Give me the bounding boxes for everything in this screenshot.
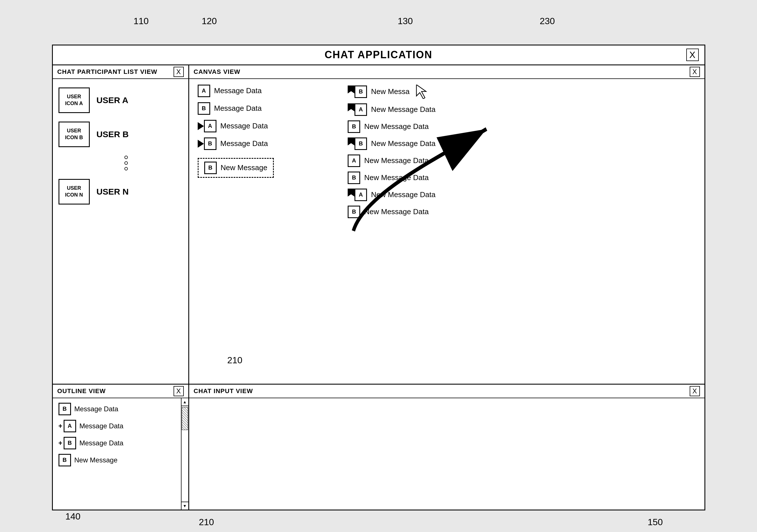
canvas-title: CANVAS VIEW [194,68,241,75]
list-item: B New Messa [348,85,436,99]
list-item: B New Message Data [348,137,436,150]
outline-content: B Message Data + A Message Data + B Mess… [53,398,188,471]
canvas-left-column: A Message Data B Message Data [198,85,274,218]
list-item: + B Message Data [58,437,183,449]
user-icon-a: USER ICON A [58,87,90,113]
new-message-dashed-box: B New Message [198,158,274,178]
list-item: A Message Data [198,85,274,97]
ref-150: 150 [648,517,663,527]
user-name-n: USER N [97,187,129,196]
participant-list-title: CHAT PARTICIPANT LIST VIEW [57,68,157,75]
list-item: USER ICON N USER N [58,179,183,204]
flag-icon [348,137,354,150]
chat-input-title: CHAT INPUT VIEW [194,387,253,395]
dot [124,167,128,170]
canvas-msg-text: Message Data [221,122,268,131]
canvas-msg-text: New Message Data [371,190,436,199]
ellipsis-dots [58,156,183,170]
message-icon-a: A [204,120,216,133]
app-close-button[interactable]: X [686,48,699,61]
app-title: CHAT APPLICATION [325,49,432,61]
user-name-a: USER A [97,96,128,105]
canvas-content: A Message Data B Message Data [189,79,705,224]
list-item: USER ICON B USER B [58,122,183,147]
main-area: CHAT PARTICIPANT LIST VIEW X USER ICON A… [53,65,705,510]
dot [124,161,128,165]
new-message-text: New Message [221,163,268,172]
message-icon-b: B [58,403,71,415]
list-item: B New Message [58,454,183,466]
chat-input-close[interactable]: X [690,386,700,396]
canvas-msg-text: New Message Data [371,139,436,148]
list-item: USER ICON A USER A [58,87,183,113]
cursor-icon [413,85,431,99]
message-icon-b: B [354,137,367,150]
canvas-msg-text: Message Data [221,139,268,148]
ref-130: 130 [398,16,413,26]
canvas-msg-text: New Message Data [364,173,429,182]
user-name-b: USER B [97,130,129,139]
message-icon-a: A [64,420,76,432]
participant-list-header: CHAT PARTICIPANT LIST VIEW X [53,65,188,79]
flag-icon [348,189,354,201]
svg-marker-6 [348,137,354,145]
left-panel: CHAT PARTICIPANT LIST VIEW X USER ICON A… [53,65,189,510]
chat-input-view: CHAT INPUT VIEW X [189,385,705,510]
chat-input-header: CHAT INPUT VIEW X [189,385,705,398]
user-icon-b: USER ICON B [58,122,90,147]
participant-list-content: USER ICON A USER A USER ICON B USER B [53,79,188,213]
message-icon-a: A [198,85,210,97]
canvas-header: CANVAS VIEW X [189,65,705,79]
list-item: A New Message Data [348,189,436,201]
canvas-msg-text: New Message Data [371,105,436,114]
participant-list-view: CHAT PARTICIPANT LIST VIEW X USER ICON A… [53,65,188,385]
outline-close[interactable]: X [173,386,184,396]
list-item: B New Message Data [348,120,436,133]
message-icon-b: B [204,162,217,174]
outline-view: OUTLINE VIEW X B Message Data + A Messag… [53,385,188,510]
canvas-right-column: B New Messa [348,85,436,218]
list-item: B Message Data [58,403,183,415]
canvas-view: CANVAS VIEW X [189,65,705,385]
right-panel: CANVAS VIEW X [189,65,705,510]
canvas-msg-text: New Message Data [364,207,429,216]
arrow-left-icon [198,120,204,133]
app-window: CHAT APPLICATION X CHAT PARTICIPANT LIST… [52,44,705,511]
list-item: A New Message Data [348,155,436,167]
scroll-up-arrow[interactable]: ▲ [182,398,188,406]
message-icon-b: B [64,437,76,449]
message-icon-b: B [354,85,367,98]
ref-110: 110 [134,16,149,26]
message-icon-a: A [348,155,360,167]
scrollbar[interactable]: ▲ ▼ [181,398,188,510]
arrow-left-icon [198,137,204,150]
user-icon-n: USER ICON N [58,179,90,204]
message-icon-b: B [58,454,71,466]
dot [124,156,128,159]
list-item: B Message Data [198,137,274,150]
svg-marker-5 [348,103,354,111]
list-item: B New Message Data [348,206,436,218]
new-message-container: B New Message [198,158,274,178]
flag-icon [348,85,354,98]
outline-item-text: New Message [75,456,118,464]
canvas-msg-text: Message Data [214,104,262,113]
svg-marker-2 [198,140,204,148]
canvas-msg-text: Message Data [214,86,262,95]
scroll-thumb[interactable] [182,407,188,430]
canvas-msg-text: New Messa [371,87,409,96]
ref-120: 120 [202,16,217,26]
message-icon-b: B [348,206,360,218]
scroll-down-arrow[interactable]: ▼ [182,502,188,510]
participant-list-close[interactable]: X [173,67,184,77]
ref-230: 230 [540,16,555,26]
list-item: A New Message Data [348,103,436,116]
outline-item-text: Message Data [75,405,118,413]
message-icon-a: A [354,189,367,201]
canvas-close[interactable]: X [690,67,700,77]
message-icon-b: B [198,102,210,115]
message-icon-b: B [348,120,360,133]
list-item: B Message Data [198,102,274,115]
svg-marker-3 [348,85,354,94]
list-item: + A Message Data [58,420,183,432]
